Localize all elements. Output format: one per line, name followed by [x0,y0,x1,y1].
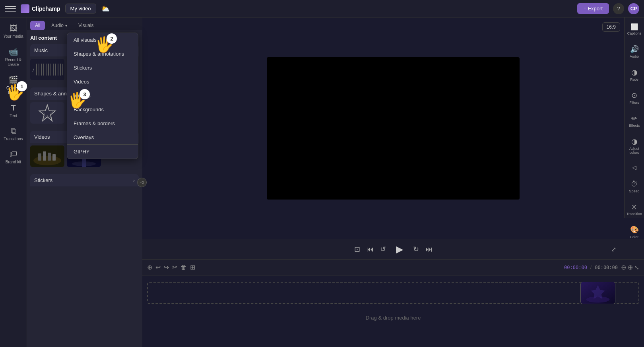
svg-marker-0 [39,105,55,121]
panel-tabs: All Audio ▾ Visuals [27,17,142,30]
main-track-row [147,279,639,307]
sidebar-item-transitions[interactable]: ⧉ Transitions [2,123,25,145]
captions-label: Captions [627,31,642,35]
effects-icon: ✏ [631,114,637,123]
zoom-in-button[interactable]: ⊕ [628,264,633,271]
tab-visuals[interactable]: Visuals [74,21,98,30]
replay-5-button[interactable]: ↺ [380,245,386,254]
preview-video [267,57,520,200]
text-icon: T [11,103,16,112]
dropdown-item-stickers[interactable]: Stickers [67,61,138,75]
transition-icon: ⧖ [632,203,637,211]
filters-icon: ⊙ [631,91,637,100]
project-title[interactable]: My video [65,4,96,14]
timeline-toolbar: ⊕ ↩ ↪ ✂ 🗑 ⊞ 00:00:00 / 00:00:00 ⊖ ⊕ ⤡ [142,260,644,275]
main-track-placeholder [147,282,639,304]
dropdown-item-frames[interactable]: Frames & borders [67,116,138,130]
play-button[interactable]: ▶ [392,242,407,256]
section-stickers: Stickers › [30,174,139,186]
video-1-svg [30,145,64,167]
sidebar-item-brand[interactable]: 🏷 Brand kit [2,146,25,168]
section-stickers-header[interactable]: Stickers › [30,174,139,186]
duplicate-button[interactable]: ⊞ [190,264,195,271]
tool-speed[interactable]: ⏱ Speed [625,178,644,196]
tool-filters[interactable]: ⊙ Filters [625,89,644,107]
undo-button[interactable]: ↩ [155,264,161,271]
tool-adjust-colors[interactable]: ◑ Adjustcolors [625,135,644,157]
filters-label: Filters [629,101,639,105]
video-thumb-1[interactable] [30,145,64,167]
section-stickers-title: Stickers [34,177,52,183]
audio-chevron-icon: ▾ [65,23,67,28]
video-clip-thumb[interactable] [580,282,615,304]
delete-button[interactable]: 🗑 [180,264,187,271]
current-time: 00:00:00 [564,265,587,270]
zoom-controls: ⊖ ⊕ ⤡ [621,264,639,271]
transitions-icon: ⧉ [11,126,16,136]
captions-icon: ⬜ [630,23,638,31]
topbar: Clipchamp My video ⛅ ↑ Export ? CP [0,0,644,17]
zoom-out-button[interactable]: ⊖ [621,264,626,271]
speed-icon: ⏱ [631,180,638,188]
forward-5-button[interactable]: ↻ [413,245,419,254]
video-clip-preview [581,282,615,304]
adjust-colors-label: Adjustcolors [629,147,639,155]
sidebar-item-label-transitions: Transitions [4,137,23,142]
export-button[interactable]: ↑ Export [577,3,609,14]
skip-end-button[interactable]: ⏭ [425,245,433,254]
tool-effects[interactable]: ✏ Effects [625,112,644,130]
center-area: 16:9 ⬜ Captions 🔊 Audio ◑ Fade ⊙ Filters [142,17,644,347]
logo-text: Clipchamp [32,6,60,12]
magnet-button[interactable]: ⊕ [147,264,152,271]
svg-rect-8 [52,154,56,161]
svg-marker-1 [41,106,54,118]
svg-rect-6 [43,151,46,161]
tool-fade[interactable]: ◑ Fade [625,66,644,84]
transition-label: Transition [627,212,642,216]
svg-point-4 [33,156,61,165]
dropdown-item-overlays[interactable]: Overlays [67,130,138,144]
sidebar-item-record[interactable]: 📹 Record &create [2,44,25,70]
subtitle-toggle[interactable]: ⊡ [354,245,360,254]
shape-thumb-star[interactable] [30,102,64,124]
tool-audio[interactable]: 🔊 Audio [625,43,644,61]
tab-audio[interactable]: Audio ▾ [47,21,72,30]
fit-timeline-button[interactable]: ⤡ [634,264,639,271]
effects-label: Effects [629,124,640,128]
right-panel-collapse[interactable]: ◁ [630,162,639,173]
dropdown-item-shapes[interactable]: Shapes & annotations [67,47,138,61]
topbar-right: ↑ Export ? CP [577,3,639,14]
record-icon: 📹 [8,47,18,56]
sidebar: 🖼 Your media 📹 Record &create 🎬 Contentl… [0,17,27,347]
cut-button[interactable]: ✂ [172,264,177,271]
tool-transition[interactable]: ⧖ Transition [625,200,644,218]
sidebar-item-label-record: Record &create [5,58,22,67]
color-label: Color [630,235,639,239]
ratio-badge[interactable]: 16:9 [602,22,620,32]
sidebar-item-content-library[interactable]: 🎬 Contentlibrary [2,72,25,99]
sidebar-item-text[interactable]: T Text [2,100,25,122]
playback-bar: ⊡ ⏮ ↺ ▶ ↻ ⏭ ⤢ [142,239,644,260]
help-button[interactable]: ? [613,3,624,14]
dropdown-item-backgrounds[interactable]: Backgrounds [67,103,138,116]
rewind-button[interactable]: ⏮ [367,245,374,254]
fullscreen-button[interactable]: ⤢ [611,246,616,253]
sidebar-item-your-media[interactable]: 🖼 Your media [2,21,25,42]
dropdown-item-images[interactable]: Images [67,89,138,103]
dropdown-item-giphy[interactable]: GIPHY [67,145,138,159]
music-thumb-1[interactable]: ♪ [30,59,64,80]
dropdown-item-videos[interactable]: Videos [67,75,138,89]
drag-drop-label: Drag & drop media here [366,315,421,321]
visuals-dropdown: All visuals Shapes & annotations Sticker… [67,33,138,159]
tool-captions[interactable]: ⬜ Captions [625,21,644,38]
panel-collapse-button[interactable]: ◁ [137,178,147,187]
redo-button[interactable]: ↪ [164,264,169,271]
dropdown-item-all-visuals[interactable]: All visuals [67,33,138,47]
fade-label: Fade [630,78,638,81]
svg-point-15 [586,297,610,303]
avatar[interactable]: CP [628,3,639,14]
music-note-icon-1: ♪ [32,66,35,73]
section-videos-title: Videos [34,134,50,140]
menu-button[interactable] [5,3,16,14]
tab-all[interactable]: All [30,21,45,30]
